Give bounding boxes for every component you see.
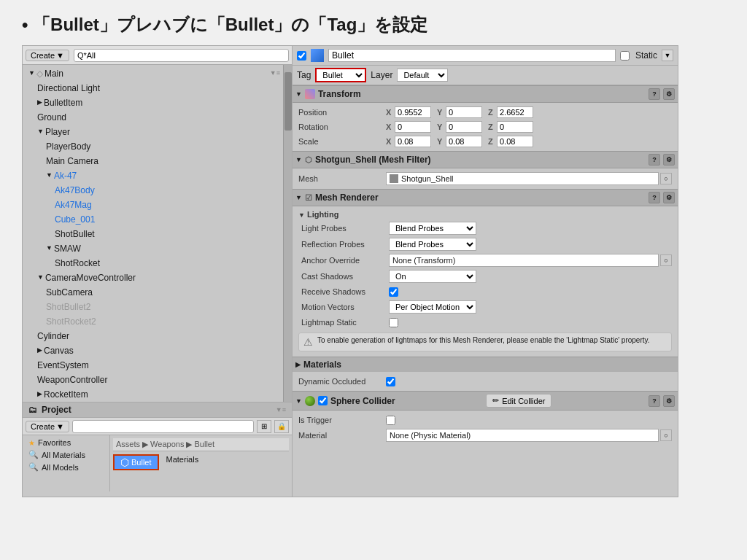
scale-y-input[interactable] [446,136,482,147]
project-search-input[interactable] [72,420,254,433]
lightmap-static-checkbox[interactable] [389,318,398,327]
transform-help-btn[interactable]: ? [649,88,660,100]
layer-dropdown[interactable]: Default [397,69,448,82]
hierarchy-item-ak47[interactable]: ▼ Ak-47 [23,168,283,183]
hierarchy-item-shotbullet[interactable]: ShotBullet [23,227,283,241]
edit-collider-button[interactable]: ✏ Edit Collider [486,394,551,408]
mesh-renderer-help-btn[interactable]: ? [649,192,660,203]
sphere-collider-active-checkbox[interactable] [318,396,328,405]
anchor-override-field[interactable]: None (Transform) [389,254,659,267]
tag-dropdown[interactable]: Bullet [315,68,366,82]
hierarchy-item-main[interactable]: ▼ ◇ Main ▼≡ [23,66,283,81]
hierarchy-item-rocketitem[interactable]: ▶ RocketItem [23,387,283,402]
rotation-x-input[interactable] [395,121,431,133]
arrow-down-icon-3: ▼ [46,244,53,254]
sphere-settings-btn[interactable]: ⚙ [663,395,675,407]
mesh-filter-settings-btn[interactable]: ⚙ [663,154,675,166]
transform-body: Position X Y Z Rota [293,103,678,151]
hierarchy-create-button[interactable]: Create ▼ [26,50,69,61]
rotation-y-input[interactable] [446,121,482,133]
dynamic-occluded-checkbox[interactable] [386,377,395,386]
arrow-down-icon-2: ▼ [46,171,53,181]
collider-material-label: Material [298,431,386,440]
hierarchy-item-subcamera[interactable]: SubCamera [23,285,283,300]
cast-shadows-dropdown[interactable]: On [389,270,476,283]
hierarchy-item-shotbullet2[interactable]: ShotBullet2 [23,300,283,314]
mesh-select-btn[interactable]: ○ [660,173,672,184]
dynamic-occluded-label: Dynamic Occluded [298,377,386,386]
scale-z-input[interactable] [497,136,533,147]
arrow-down-icon: ▼ [37,127,44,137]
hierarchy-item-ground[interactable]: Ground [23,110,283,125]
light-probes-dropdown[interactable]: Blend Probes [389,222,476,235]
hierarchy-item-directional-light[interactable]: Directional Light [23,81,283,96]
renderer-check-icon: ☑ [305,193,312,203]
favorites-header[interactable]: ★ Favorites [23,437,109,448]
transform-settings-btn[interactable]: ⚙ [663,88,675,100]
project-favorites: ★ Favorites 🔍 All Materials 🔍 All Models [23,435,110,491]
hierarchy-item-shotrocket[interactable]: ShotRocket [23,256,283,271]
collider-material-field[interactable]: None (Physic Material) [386,429,659,442]
transform-header[interactable]: ▼ Transform ? ⚙ [293,85,678,103]
bullet-file-item[interactable]: ⬡ Bullet [113,454,159,470]
transform-gear-icons: ? ⚙ [649,88,675,100]
hierarchy-item-canvas[interactable]: ▶ Canvas [23,343,283,358]
object-active-checkbox[interactable] [297,51,306,61]
position-x-input[interactable] [395,106,431,118]
mesh-renderer-settings-btn[interactable]: ⚙ [663,192,675,203]
project-options-button[interactable]: ⊞ [257,420,271,433]
position-y-input[interactable] [446,106,482,118]
project-lock-button[interactable]: 🔒 [274,420,289,433]
sphere-collider-header[interactable]: ▼ Sphere Collider ✏ Edit Collider ? ⚙ [293,391,678,411]
tag-layer-row: Tag Bullet Layer Default [293,66,678,85]
materials-folder-item[interactable]: Materials [162,454,204,470]
hierarchy-item-cylinder[interactable]: Cylinder [23,329,283,343]
mesh-filter-help-btn[interactable]: ? [649,154,660,166]
hierarchy-item-cube001[interactable]: Cube_001 [23,212,283,227]
hierarchy-item-maincamera[interactable]: Main Camera [23,154,283,168]
hierarchy-item-playerbody[interactable]: PlayerBody [23,139,283,154]
hierarchy-item-smaw[interactable]: ▼ SMAW [23,241,283,256]
static-checkbox[interactable] [620,51,630,61]
hierarchy-search-input[interactable] [74,49,289,62]
lightmap-static-row: Lightmap Static [295,315,678,330]
collider-material-select-btn[interactable]: ○ [660,429,672,441]
sphere-collider-body: Is Trigger Material None (Physic Materia… [293,411,678,446]
hierarchy-item-bulletitem[interactable]: ▶ BulletItem [23,96,283,110]
hierarchy-item-eventsystem[interactable]: EventSystem [23,358,283,373]
hierarchy-item-ak47mag[interactable]: Ak47Mag [23,198,283,212]
is-trigger-label: Is Trigger [298,416,386,424]
receive-shadows-checkbox[interactable] [389,287,398,297]
hierarchy-scrollbar[interactable] [283,65,292,402]
motion-vectors-label: Motion Vectors [301,303,389,311]
all-models-item[interactable]: 🔍 All Models [23,461,109,473]
motion-vectors-dropdown[interactable]: Per Object Motion [389,300,476,314]
sphere-help-btn[interactable]: ? [649,395,660,407]
anchor-select-btn[interactable]: ○ [660,254,672,266]
object-cube-icon [311,49,324,62]
edit-collider-icon: ✏ [492,396,499,405]
mesh-value-field[interactable]: Shotgun_Shell [386,172,659,185]
object-name-field[interactable] [328,49,616,62]
rotation-z-input[interactable] [497,121,533,133]
arrow-right-icon-2: ▶ [37,346,42,356]
hierarchy-item-player[interactable]: ▼ Player [23,125,283,139]
static-dropdown-button[interactable]: ▼ [662,50,673,61]
hierarchy-item-ak47body[interactable]: Ak47Body [23,183,283,198]
scene-icon: ◇ [36,67,43,80]
all-materials-item[interactable]: 🔍 All Materials [23,448,109,461]
scale-x-input[interactable] [395,136,431,147]
mesh-renderer-header[interactable]: ▼ ☑ Mesh Renderer ? ⚙ [293,189,678,206]
project-create-button[interactable]: Create ▼ [26,421,69,432]
hierarchy-item-weaponcontroller[interactable]: WeaponController [23,373,283,387]
project-collapse-btn[interactable]: ▼≡ [276,406,286,413]
hierarchy-item-shotrocket2[interactable]: ShotRocket2 [23,314,283,329]
reflection-probes-row: Reflection Probes Blend Probes [295,236,678,252]
position-z-input[interactable] [497,106,533,118]
mesh-filter-header[interactable]: ▼ ⬡ Shotgun_Shell (Mesh Filter) ? ⚙ [293,151,678,168]
reflection-probes-dropdown[interactable]: Blend Probes [389,238,476,251]
materials-header[interactable]: ▶ Materials [293,357,678,372]
anchor-override-row: Anchor Override None (Transform) ○ [295,252,678,268]
hierarchy-item-cameramove[interactable]: ▼ CameraMoveController [23,271,283,285]
is-trigger-checkbox[interactable] [386,416,395,425]
